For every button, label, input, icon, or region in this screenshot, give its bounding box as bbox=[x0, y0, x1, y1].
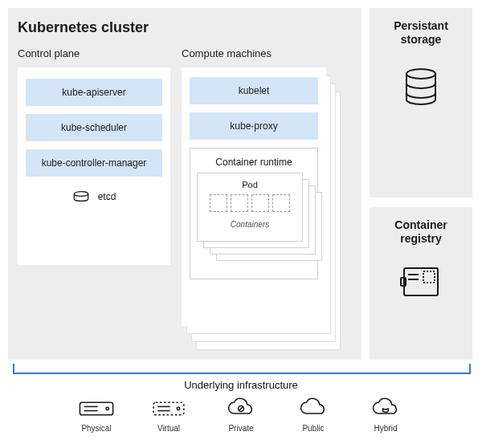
etcd-row: etcd bbox=[26, 191, 162, 202]
container-registry-title: Container registry bbox=[378, 218, 464, 246]
containers-row bbox=[202, 194, 297, 212]
control-plane-section: Control plane kube-apiserver kube-schedu… bbox=[18, 47, 170, 356]
infra-label: Hybrid bbox=[374, 424, 398, 433]
compute-heading: Compute machines bbox=[182, 47, 352, 59]
registry-icon bbox=[399, 263, 443, 300]
cluster-columns: Control plane kube-apiserver kube-schedu… bbox=[18, 47, 352, 356]
persistent-storage-panel: Persistant storage bbox=[370, 8, 472, 198]
etcd-icon bbox=[72, 191, 90, 202]
svg-rect-7 bbox=[80, 402, 112, 414]
physical-server-icon bbox=[77, 397, 116, 421]
component-kube-apiserver: kube-apiserver bbox=[26, 79, 162, 106]
private-cloud-icon bbox=[222, 397, 260, 421]
public-cloud-icon bbox=[294, 397, 333, 421]
title-line: Container bbox=[394, 218, 447, 231]
container-box bbox=[251, 194, 269, 212]
infra-item-physical: Physical bbox=[77, 397, 116, 433]
hybrid-cloud-icon bbox=[366, 397, 405, 421]
control-plane-heading: Control plane bbox=[18, 47, 170, 59]
component-kube-proxy: kube-proxy bbox=[190, 112, 318, 140]
pod-card: Pod Containers bbox=[197, 173, 303, 242]
containers-label: Containers bbox=[202, 220, 297, 229]
etcd-label: etcd bbox=[98, 191, 116, 202]
pod-title: Pod bbox=[202, 180, 297, 189]
control-plane-panel: kube-apiserver kube-scheduler kube-contr… bbox=[18, 67, 170, 265]
bracket-icon bbox=[13, 363, 471, 374]
component-kube-controller-manager: kube-controller-manager bbox=[26, 149, 162, 177]
component-kube-scheduler: kube-scheduler bbox=[26, 114, 162, 141]
container-box bbox=[272, 194, 290, 212]
svg-rect-3 bbox=[423, 271, 435, 283]
storage-icon bbox=[399, 64, 443, 108]
compute-machine-stack: kubelet kube-proxy Container runtime Pod bbox=[182, 67, 339, 356]
infra-item-private: Private bbox=[222, 397, 260, 433]
container-runtime-title: Container runtime bbox=[197, 157, 311, 168]
svg-point-8 bbox=[106, 407, 108, 409]
container-runtime-block: Container runtime Pod bbox=[190, 148, 318, 279]
svg-line-16 bbox=[239, 406, 243, 410]
kubernetes-cluster-panel: Kubernetes cluster Control plane kube-ap… bbox=[8, 8, 362, 360]
infra-title: Underlying infrastructure bbox=[0, 379, 482, 391]
svg-point-1 bbox=[406, 69, 435, 79]
component-kubelet: kubelet bbox=[190, 77, 318, 104]
title-line: storage bbox=[401, 33, 442, 46]
title-line: Persistant bbox=[394, 19, 448, 32]
svg-rect-2 bbox=[404, 268, 438, 295]
virtual-server-icon bbox=[149, 397, 188, 421]
infra-item-public: Public bbox=[294, 397, 333, 433]
infra-item-hybrid: Hybrid bbox=[366, 397, 405, 433]
container-registry-panel: Container registry bbox=[370, 207, 472, 360]
compute-machine-card: kubelet kube-proxy Container runtime Pod bbox=[182, 67, 326, 326]
infra-row: Physical Virtual Private bbox=[0, 397, 482, 433]
persistent-storage-title: Persistant storage bbox=[378, 19, 464, 47]
cluster-title: Kubernetes cluster bbox=[18, 19, 352, 36]
title-line: registry bbox=[400, 232, 441, 245]
svg-point-12 bbox=[177, 407, 179, 409]
infra-label: Virtual bbox=[157, 424, 180, 433]
pod-stack: Pod Containers bbox=[197, 173, 311, 261]
svg-point-0 bbox=[74, 192, 88, 197]
infra-label: Public bbox=[302, 424, 324, 433]
container-box bbox=[210, 194, 227, 212]
compute-machines-section: Compute machines kubelet kube-proxy Cont… bbox=[182, 47, 352, 356]
container-box bbox=[231, 194, 248, 212]
infra-label: Private bbox=[228, 424, 253, 433]
infra-label: Physical bbox=[81, 424, 111, 433]
infra-item-virtual: Virtual bbox=[149, 397, 188, 433]
